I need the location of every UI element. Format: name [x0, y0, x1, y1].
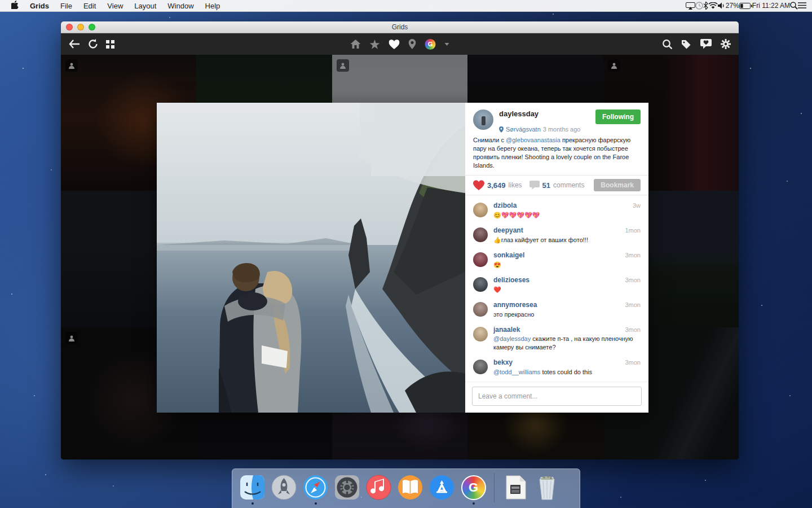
- commenter-avatar[interactable]: [473, 277, 488, 292]
- post-photo[interactable]: [157, 103, 465, 413]
- comment-input[interactable]: [472, 387, 642, 406]
- commenter-avatar[interactable]: [473, 227, 488, 242]
- settings-gear-icon[interactable]: [721, 39, 731, 49]
- grids-account-icon[interactable]: G: [425, 39, 436, 50]
- menu-layout[interactable]: Layout: [129, 2, 162, 10]
- battery-icon: [739, 3, 752, 9]
- dock-app-store-icon[interactable]: [429, 474, 455, 501]
- post-lightbox: daylessday Following Sørvágsvatn 3 month…: [157, 103, 648, 413]
- menu-clock: Fri 11:22 AM: [752, 2, 790, 10]
- post-caption: Снимали с @glebovaanastasia прекрасную ф…: [473, 136, 641, 169]
- comment-mention-link[interactable]: @daylessday: [493, 335, 532, 342]
- refresh-button[interactable]: [88, 39, 98, 49]
- dock-itunes-icon[interactable]: [365, 474, 392, 501]
- activity-icon[interactable]: [700, 39, 712, 49]
- commenter-username[interactable]: sonkaigel: [493, 251, 524, 260]
- likes-bar: 3,649 likes 51 comments Bookmark: [465, 175, 648, 195]
- notification-center-icon[interactable]: [798, 2, 806, 9]
- menu-app-name[interactable]: Grids: [24, 2, 55, 10]
- dock-document-icon[interactable]: [502, 474, 528, 501]
- dock-trash-icon[interactable]: [533, 474, 560, 501]
- window-titlebar[interactable]: Grids: [61, 21, 739, 33]
- commenter-avatar[interactable]: [473, 203, 488, 217]
- commenter-username[interactable]: delizioeses: [493, 276, 529, 285]
- caption-mention-link[interactable]: @glebovaanastasia: [506, 137, 561, 143]
- commenter-avatar[interactable]: [473, 327, 488, 341]
- menu-file[interactable]: File: [55, 2, 78, 10]
- post-author-avatar[interactable]: [473, 110, 493, 130]
- menu-view[interactable]: View: [102, 2, 129, 10]
- commenter-username[interactable]: annymoresea: [493, 301, 537, 310]
- comment-text: 😍: [493, 261, 641, 269]
- tags-icon[interactable]: [681, 40, 691, 49]
- dock-safari-icon[interactable]: [302, 474, 329, 501]
- comments-bubble-icon[interactable]: [529, 181, 540, 190]
- comment-row: delizioeses3mon❤️: [465, 272, 648, 297]
- battery-percent: 27%: [726, 2, 739, 10]
- chevron-down-icon[interactable]: [445, 43, 449, 46]
- comment-row: sonkaigel3mon😍: [465, 247, 648, 272]
- post-panel: daylessday Following Sørvágsvatn 3 month…: [465, 103, 648, 413]
- running-indicator: [251, 502, 254, 505]
- commenter-avatar[interactable]: [473, 252, 488, 267]
- minimize-button[interactable]: [77, 24, 84, 30]
- comments-list[interactable]: dzibola3w😊💖💖💖💖💖deepyant1mon👍глаз кайфует…: [465, 195, 648, 382]
- comments-count[interactable]: 51: [542, 181, 550, 190]
- volume-icon[interactable]: [718, 2, 726, 9]
- commenter-username[interactable]: janaalek: [493, 326, 520, 335]
- likes-count[interactable]: 3,649: [487, 181, 506, 190]
- running-indicator: [473, 502, 475, 505]
- comment-row: bekxy3mon@todd__williams totes could do …: [465, 354, 648, 379]
- menu-help[interactable]: Help: [200, 2, 226, 10]
- comment-text: 👍глаз кайфует от ваших фото!!!: [493, 236, 641, 244]
- bluetooth-icon[interactable]: [703, 2, 708, 10]
- comment-row: annymoresea3monэто прекрасно: [465, 297, 648, 322]
- running-indicator: [315, 502, 317, 505]
- grid-view-button[interactable]: [106, 40, 114, 49]
- home-icon[interactable]: [351, 40, 361, 49]
- commenter-username[interactable]: bekxy: [493, 358, 513, 367]
- post-location-link[interactable]: Sørvágsvatn: [506, 126, 541, 133]
- comment-timestamp: 3mon: [625, 251, 641, 260]
- following-button[interactable]: Following: [595, 110, 641, 124]
- commenter-username[interactable]: deepyant: [493, 226, 523, 235]
- comment-mention-link[interactable]: @todd__williams: [493, 369, 542, 375]
- dock-separator: [494, 473, 495, 502]
- commenter-username[interactable]: dzibola: [493, 202, 517, 211]
- back-button[interactable]: [69, 40, 80, 49]
- menu-edit[interactable]: Edit: [78, 2, 102, 10]
- bookmark-button[interactable]: Bookmark: [594, 179, 641, 191]
- comment-timestamp: 1mon: [625, 226, 641, 235]
- comment-timestamp: 3mon: [625, 326, 641, 335]
- dock-finder-icon[interactable]: [239, 474, 266, 501]
- comment-timestamp: 3mon: [625, 358, 641, 367]
- comment-row: dzibola3w😊💖💖💖💖💖: [465, 198, 648, 222]
- commenter-avatar[interactable]: [473, 302, 488, 317]
- dock-launchpad-icon[interactable]: [271, 474, 297, 501]
- comments-label: comments: [553, 181, 584, 189]
- dock-grids-icon[interactable]: G: [460, 474, 487, 501]
- menu-window[interactable]: Window: [162, 2, 199, 10]
- search-icon[interactable]: [663, 40, 672, 49]
- location-icon[interactable]: [409, 39, 416, 49]
- comment-text: @todd__williams totes could do this: [493, 368, 641, 376]
- location-pin-icon: [499, 126, 504, 133]
- dock-system-preferences-icon[interactable]: [334, 474, 360, 501]
- airplay-icon[interactable]: [686, 2, 695, 10]
- heart-icon[interactable]: [473, 180, 484, 190]
- dock: G: [232, 468, 580, 508]
- likes-feed-icon[interactable]: [389, 40, 400, 49]
- dock-ibooks-icon[interactable]: [397, 474, 423, 501]
- comment-text: 😊💖💖💖💖💖: [493, 211, 641, 219]
- comment-input-wrap: [465, 382, 648, 413]
- comment-timestamp: 3mon: [625, 301, 641, 310]
- zoom-button[interactable]: [89, 24, 95, 30]
- commenter-avatar[interactable]: [473, 360, 488, 374]
- close-button[interactable]: [66, 24, 73, 30]
- star-icon[interactable]: [370, 40, 380, 49]
- time-machine-icon[interactable]: [695, 2, 703, 10]
- wifi-icon[interactable]: [708, 2, 718, 9]
- apple-menu-icon[interactable]: [6, 1, 24, 11]
- spotlight-icon[interactable]: [790, 2, 798, 10]
- post-author-username[interactable]: daylessday: [499, 110, 539, 118]
